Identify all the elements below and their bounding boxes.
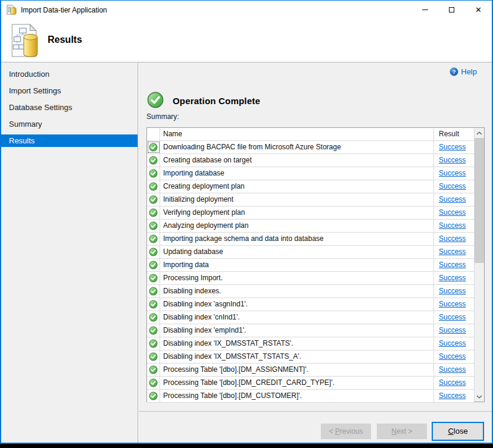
summary-table-body: Downloading BACPAC file from Microsoft A…	[147, 141, 474, 403]
table-row[interactable]: Disabling index 'asgnInd1'.Success	[147, 298, 474, 311]
table-row[interactable]: Verifying deployment planSuccess	[147, 206, 474, 220]
table-row[interactable]: Initializing deploymentSuccess	[147, 193, 474, 206]
success-link[interactable]: Success	[439, 143, 466, 151]
row-status-cell	[147, 180, 160, 193]
row-result-cell: Success	[434, 364, 474, 376]
table-row[interactable]: Processing Import.Success	[147, 272, 474, 285]
sidebar-item-import-settings[interactable]: Import Settings	[1, 84, 138, 97]
minimize-icon	[422, 10, 428, 10]
success-link[interactable]: Success	[439, 156, 466, 164]
row-name: Disabling indexes.	[160, 285, 434, 297]
close-button[interactable]: Close	[432, 422, 484, 441]
wizard-steps-sidebar: Introduction Import Settings Database Se…	[1, 63, 138, 443]
table-row[interactable]: Importing dataSuccess	[147, 259, 474, 272]
success-link[interactable]: Success	[439, 287, 466, 295]
row-status-cell	[147, 364, 160, 376]
wizard-window: Import Data-tier Application ✕ Results I…	[0, 0, 493, 444]
row-result-cell: Success	[434, 233, 474, 245]
table-row[interactable]: Creating deployment planSuccess	[147, 180, 474, 193]
scroll-down-button[interactable]	[475, 391, 484, 402]
maximize-button[interactable]	[438, 1, 465, 19]
scrollbar-thumb[interactable]	[475, 138, 484, 263]
table-rows-area: Name Result Downloading BACPAC file from…	[147, 128, 474, 402]
header-status-cell	[147, 128, 160, 140]
success-check-icon	[149, 221, 158, 230]
row-name: Disabling index 'empInd1'.	[160, 324, 434, 337]
success-link[interactable]: Success	[439, 365, 466, 374]
success-link[interactable]: Success	[439, 352, 466, 361]
success-check-icon	[149, 300, 158, 309]
help-link[interactable]: ? Help	[450, 67, 477, 76]
table-row[interactable]: Disabling index 'IX_DMSSTAT_TSTATS_A'.Su…	[147, 350, 474, 364]
table-row[interactable]: Processing Table '[dbo].[DM_CREDIT_CARD_…	[147, 377, 474, 390]
vertical-scrollbar[interactable]	[474, 128, 484, 402]
table-row[interactable]: Disabling indexes.Success	[147, 285, 474, 298]
row-status-cell	[147, 337, 160, 350]
scroll-up-button[interactable]	[475, 128, 484, 138]
table-row[interactable]: Creating database on targetSuccess	[147, 154, 474, 167]
previous-button[interactable]: < Previous	[321, 424, 371, 439]
summary-table: Name Result Downloading BACPAC file from…	[146, 127, 485, 402]
success-check-icon	[149, 352, 158, 361]
success-link[interactable]: Success	[439, 300, 466, 308]
success-link[interactable]: Success	[439, 195, 466, 203]
row-result-cell: Success	[434, 167, 474, 180]
row-result-cell: Success	[434, 206, 474, 219]
success-link[interactable]: Success	[439, 234, 466, 243]
row-name: Analyzing deployment plan	[160, 220, 434, 232]
sidebar-item-database-settings[interactable]: Database Settings	[1, 101, 138, 114]
success-link[interactable]: Success	[439, 274, 466, 282]
table-row[interactable]: Importing databaseSuccess	[147, 167, 474, 180]
app-icon	[6, 5, 17, 15]
row-name: Creating deployment plan	[160, 180, 434, 193]
sidebar-item-results[interactable]: Results	[1, 134, 138, 147]
row-result-cell: Success	[434, 246, 474, 258]
success-link[interactable]: Success	[439, 169, 466, 177]
table-row[interactable]: Processing Table '[dbo].[DM_CUSTOMER]'.S…	[147, 390, 474, 403]
row-status-cell	[147, 390, 160, 402]
row-name: Importing package schema and data into d…	[160, 233, 434, 245]
table-row[interactable]: Disabling index 'empInd1'.Success	[147, 324, 474, 337]
close-window-button[interactable]: ✕	[465, 1, 492, 19]
success-link[interactable]: Success	[439, 391, 466, 400]
help-icon: ?	[450, 67, 458, 76]
sidebar-item-introduction[interactable]: Introduction	[1, 68, 138, 80]
success-link[interactable]: Success	[439, 261, 466, 269]
success-link[interactable]: Success	[439, 313, 466, 321]
row-name: Downloading BACPAC file from Microsoft A…	[160, 141, 434, 153]
table-row[interactable]: Updating databaseSuccess	[147, 246, 474, 259]
table-row[interactable]: Downloading BACPAC file from Microsoft A…	[147, 141, 474, 154]
row-name: Disabling index 'IX_DMSSTAT_RSTATS'.	[160, 337, 434, 350]
success-link[interactable]: Success	[439, 339, 466, 347]
success-link[interactable]: Success	[439, 208, 466, 217]
operation-status-heading: Operation Complete	[173, 96, 260, 106]
window-controls: ✕	[411, 1, 492, 19]
row-status-cell	[147, 233, 160, 245]
table-row[interactable]: Processing Table '[dbo].[DM_ASSIGNMENT]'…	[147, 364, 474, 377]
row-name: Verifying deployment plan	[160, 206, 434, 219]
row-result-cell: Success	[434, 285, 474, 297]
table-row[interactable]: Disabling index 'IX_DMSSTAT_RSTATS'.Succ…	[147, 337, 474, 350]
success-link[interactable]: Success	[439, 221, 466, 230]
success-link[interactable]: Success	[439, 248, 466, 256]
row-result-cell: Success	[434, 311, 474, 324]
next-button[interactable]: Next >	[377, 424, 427, 439]
sidebar-item-summary[interactable]: Summary	[1, 118, 138, 130]
success-link[interactable]: Success	[439, 182, 466, 190]
success-link[interactable]: Success	[439, 326, 466, 334]
row-result-cell: Success	[434, 390, 474, 402]
minimize-button[interactable]	[411, 1, 438, 19]
success-check-icon	[149, 208, 158, 217]
row-name: Disabling index 'cnInd1'.	[160, 311, 434, 324]
row-result-cell: Success	[434, 259, 474, 271]
row-result-cell: Success	[434, 154, 474, 167]
success-check-icon	[149, 195, 158, 204]
success-check-icon	[149, 326, 158, 335]
table-row[interactable]: Importing package schema and data into d…	[147, 233, 474, 246]
header-name-cell: Name	[160, 128, 434, 140]
row-status-cell	[147, 272, 160, 284]
help-label: Help	[461, 67, 477, 76]
table-row[interactable]: Disabling index 'cnInd1'.Success	[147, 311, 474, 324]
success-link[interactable]: Success	[439, 378, 466, 387]
table-row[interactable]: Analyzing deployment planSuccess	[147, 220, 474, 233]
